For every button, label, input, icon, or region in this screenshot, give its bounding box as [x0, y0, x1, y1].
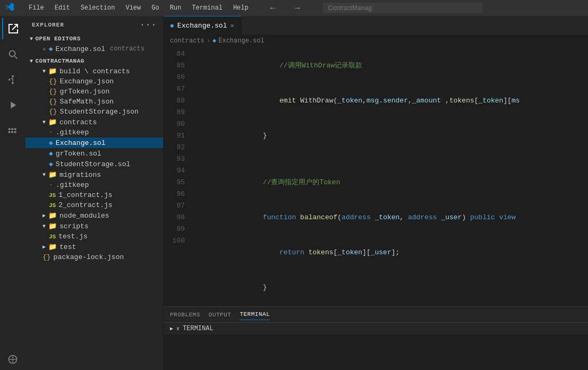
- studentstorage-json-label: StudentStorage.json: [60, 108, 139, 116]
- source-control-activity-icon[interactable]: [2, 69, 23, 90]
- studentstorage-sol[interactable]: ◆ StudentStorage.sol: [25, 159, 163, 169]
- terminal-collapse-arrow[interactable]: ▶: [170, 325, 173, 332]
- line-numbers: 84 85 86 87 88 89 90 91 92 93 94 95 96 9…: [164, 47, 190, 306]
- contractmanag-section[interactable]: ▼ CONTRACTMANAG: [25, 56, 163, 66]
- grtoken-sol[interactable]: ◆ grToken.sol: [25, 148, 163, 159]
- test-icon: 📁: [48, 243, 57, 251]
- 1-contract-label: 1_contract.js: [58, 191, 112, 199]
- exchange-json[interactable]: {} Exchange.json: [25, 76, 163, 87]
- node-modules-arrow: ▶: [42, 212, 46, 219]
- menu-terminal[interactable]: Terminal: [188, 3, 227, 13]
- exchange-sol[interactable]: ◆ Exchange.sol: [25, 137, 163, 148]
- breadcrumb-filename[interactable]: Exchange.sol: [218, 37, 264, 45]
- code-line-87: [197, 153, 588, 165]
- activity-bar: [0, 16, 25, 370]
- code-line-86: }: [197, 118, 588, 153]
- search-activity-icon[interactable]: [2, 44, 23, 65]
- output-tab[interactable]: OUTPUT: [209, 309, 232, 320]
- gitkeep-contracts[interactable]: · .gitkeep: [25, 127, 163, 137]
- gitkeep2-icon: ·: [49, 181, 53, 189]
- terminal-header: ▶ ∨ TERMINAL: [164, 323, 588, 334]
- studentstorage-sol-label: StudentStorage.sol: [56, 160, 130, 168]
- search-input[interactable]: [323, 3, 482, 13]
- nav-forward[interactable]: →: [293, 3, 302, 13]
- tab-sol-icon: ◆: [170, 21, 174, 30]
- menu-help[interactable]: Help: [229, 3, 253, 13]
- svg-point-2: [8, 79, 11, 81]
- test-folder[interactable]: ▶ 📁 test: [25, 242, 163, 252]
- sidebar-header: EXPLORER ···: [25, 16, 163, 34]
- menu-go[interactable]: Go: [147, 3, 163, 13]
- folder-arrow: ▼: [42, 68, 46, 74]
- scripts-folder[interactable]: ▼ 📁 scripts: [25, 221, 163, 231]
- studentstorage-sol-icon: ◆: [49, 160, 53, 168]
- close-icon[interactable]: ✕: [42, 46, 46, 53]
- extensions-activity-icon[interactable]: [2, 120, 23, 141]
- search-bar[interactable]: [323, 3, 482, 13]
- exchange-sol-tab[interactable]: ◆ Exchange.sol ✕: [164, 16, 241, 35]
- node-modules-label: node_modules: [59, 212, 109, 220]
- main-layout: EXPLORER ··· ▼ OPEN EDITORS ✕ ◆ Exchange…: [0, 16, 588, 370]
- open-editors-section[interactable]: ▼ OPEN EDITORS: [25, 34, 163, 44]
- json-icon-4: {}: [49, 108, 57, 116]
- safemath-json[interactable]: {} SafeMath.json: [25, 97, 163, 107]
- svg-point-0: [12, 75, 14, 78]
- exchange-sol-icon: ◆: [49, 139, 53, 147]
- terminal-expand-arrow[interactable]: ∨: [176, 325, 180, 332]
- 1-contract-js[interactable]: JS 1_contract.js: [25, 190, 163, 200]
- node-modules-folder[interactable]: ▶ 📁 node_modules: [25, 210, 163, 221]
- code-line-88: //查询指定用户的Token: [197, 165, 588, 200]
- run-activity-icon[interactable]: [2, 94, 23, 116]
- package-lock-json[interactable]: {} package-lock.json: [25, 252, 163, 262]
- sol-file-icon: ◆: [49, 45, 53, 53]
- menu-file[interactable]: File: [24, 3, 48, 13]
- build-contracts-folder[interactable]: ▼ 📁 build \ contracts: [25, 66, 163, 76]
- problems-tab[interactable]: PROBLEMS: [170, 309, 200, 320]
- terminal-label: TERMINAL: [183, 325, 214, 332]
- grtoken-json[interactable]: {} grToken.json: [25, 87, 163, 97]
- code-area[interactable]: 84 85 86 87 88 89 90 91 92 93 94 95 96 9…: [164, 47, 588, 306]
- explorer-activity-icon[interactable]: [2, 18, 23, 39]
- bottom-panel: PROBLEMS OUTPUT TERMINAL ▶ ∨ TERMINAL: [164, 306, 588, 370]
- breadcrumb-contracts[interactable]: contracts: [170, 37, 204, 45]
- js-icon-3: JS: [49, 234, 56, 240]
- json-icon-2: {}: [49, 88, 57, 96]
- contractmanag-label: CONTRACTMANAG: [36, 58, 84, 64]
- js-icon-2: JS: [49, 202, 56, 209]
- tab-close-button[interactable]: ✕: [230, 22, 234, 30]
- scripts-arrow: ▼: [42, 223, 46, 229]
- svg-point-1: [12, 82, 14, 84]
- open-editor-folder: contracts: [110, 45, 144, 53]
- remote-activity-icon[interactable]: [2, 349, 23, 370]
- code-line-85: emit WithDraw(_token,msg.sender,_amount …: [197, 83, 588, 118]
- studentstorage-json[interactable]: {} StudentStorage.json: [25, 107, 163, 117]
- titlebar: File Edit Selection View Go Run Terminal…: [0, 0, 588, 16]
- gitkeep2-label: .gitkeep: [56, 181, 89, 189]
- menu-selection[interactable]: Selection: [76, 3, 120, 13]
- migrations-label: migrations: [59, 171, 101, 179]
- tab-bar: ◆ Exchange.sol ✕: [164, 16, 588, 35]
- menu-run[interactable]: Run: [166, 3, 186, 13]
- 2-contract-label: 2_contract.js: [58, 201, 112, 209]
- package-lock-label: package-lock.json: [54, 253, 124, 261]
- menu-view[interactable]: View: [121, 3, 145, 13]
- json-icon-3: {}: [49, 98, 57, 106]
- open-editors-arrow: ▼: [30, 36, 33, 42]
- terminal-tab[interactable]: TERMINAL: [240, 309, 270, 320]
- test-js-label: test.js: [58, 233, 88, 240]
- breadcrumb-sol-icon: ◆: [212, 37, 216, 45]
- nav-back[interactable]: ←: [269, 3, 277, 13]
- sidebar-content: ▼ OPEN EDITORS ✕ ◆ Exchange.sol contract…: [25, 34, 163, 370]
- contracts-folder[interactable]: ▼ 📁 contracts: [25, 117, 163, 127]
- migrations-folder[interactable]: ▼ 📁 migrations: [25, 169, 163, 180]
- code-content[interactable]: //调用WithDraw记录取款 emit WithDraw(_token,ms…: [190, 47, 588, 306]
- exchange-sol-label: Exchange.sol: [56, 139, 106, 147]
- 2-contract-js[interactable]: JS 2_contract.js: [25, 200, 163, 210]
- test-js[interactable]: JS test.js: [25, 231, 163, 242]
- node-modules-icon: 📁: [48, 211, 57, 220]
- sidebar-menu-dots[interactable]: ···: [140, 20, 157, 30]
- open-editor-exchange-sol[interactable]: ✕ ◆ Exchange.sol contracts: [25, 44, 163, 54]
- gitkeep-icon: ·: [49, 128, 53, 136]
- gitkeep-migrations[interactable]: · .gitkeep: [25, 180, 163, 190]
- menu-edit[interactable]: Edit: [50, 3, 74, 13]
